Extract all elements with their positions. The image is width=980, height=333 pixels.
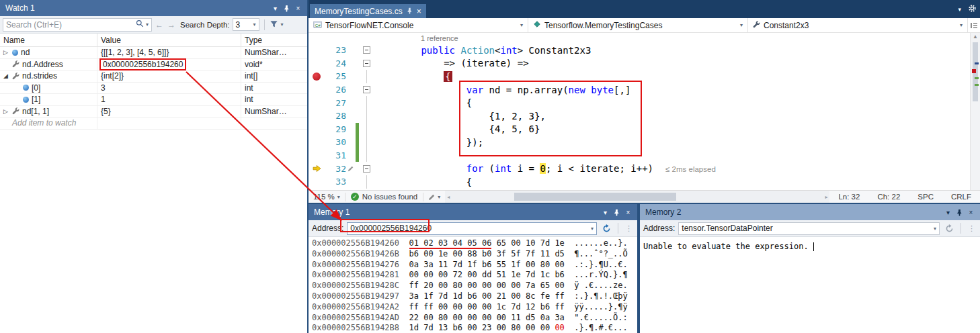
code-line-25[interactable]: 25 {: [309, 70, 970, 83]
search-next-icon[interactable]: →: [167, 20, 176, 30]
window-position-icon[interactable]: ▾: [270, 3, 281, 14]
code-line-26[interactable]: 26 var nd = np.array(new byte[,]: [309, 83, 970, 97]
property-wrench-icon: [753, 21, 760, 30]
document-tab[interactable]: MemoryTestingCases.cs ×: [310, 4, 426, 18]
scrollbar-thumb[interactable]: [514, 193, 676, 201]
memory-row: 0x000002556B1942A2 ff ff 00 00 00 00 1c …: [312, 302, 637, 313]
memory1-address-combo[interactable]: ▾: [347, 222, 597, 235]
zoom-control[interactable]: 115 % ▾: [309, 193, 345, 201]
status-spaces[interactable]: SPC: [909, 193, 942, 201]
code-line-30[interactable]: 30 });: [309, 136, 970, 149]
perf-tip: ≤ 2ms elapsed: [665, 165, 716, 173]
search-depth-select[interactable]: 3 ▾: [233, 18, 259, 31]
field-icon: [23, 85, 29, 91]
refresh-icon[interactable]: [943, 224, 955, 233]
fold-collapse-box[interactable]: [363, 165, 370, 173]
gear-icon[interactable]: [968, 4, 977, 15]
document-outline-icon[interactable]: [968, 18, 980, 32]
editing-state-control[interactable]: ▾: [423, 193, 445, 201]
watch-add-row[interactable]: Add item to watch: [0, 117, 307, 130]
tab-pin-icon[interactable]: [407, 7, 413, 16]
member-dropdown[interactable]: Constant2x3 ▾: [748, 18, 968, 32]
expander-icon[interactable]: ◢: [2, 73, 9, 79]
expander-icon[interactable]: ▷: [2, 49, 9, 56]
search-options-chevron-icon[interactable]: ▾: [146, 21, 149, 28]
memory2-address-input[interactable]: [682, 224, 932, 233]
code-line-23[interactable]: 23 public Action<int> Constant2x3: [309, 44, 970, 57]
code-line-24[interactable]: 24 => (iterate) =>: [309, 57, 970, 70]
code-line-31[interactable]: 31: [309, 149, 970, 162]
scroll-left-icon[interactable]: ◂: [447, 191, 450, 203]
search-input[interactable]: [6, 20, 134, 30]
close-icon[interactable]: ×: [965, 207, 977, 218]
filter-chevron-icon[interactable]: ▾: [281, 21, 284, 28]
fold-collapse-box[interactable]: [363, 86, 370, 93]
fold-collapse-box[interactable]: [363, 60, 370, 67]
memory1-title-bar[interactable]: Memory 1 ▾ ×: [309, 204, 637, 220]
chevron-down-icon[interactable]: ▾: [934, 226, 936, 232]
toolbar-overflow-icon[interactable]: ⋮: [624, 224, 634, 233]
column-header-name[interactable]: Name: [0, 34, 97, 46]
watch-row[interactable]: [0]3int: [0, 83, 307, 95]
watch-row[interactable]: ▷nd[1, 1]{5}NumShar…: [0, 106, 307, 118]
editor-vertical-scrollbar[interactable]: ▲: [970, 33, 980, 190]
editor-status-bar: 115 % ▾ ✓ No issues found ▾ ◂ ▸ Ln: 32 C…: [309, 190, 980, 203]
project-dropdown[interactable]: C# TensorFlowNET.Console ▾: [309, 18, 528, 32]
watch-row[interactable]: ◢nd.strides{int[2]}int[]: [0, 70, 307, 83]
chevron-down-icon: ▾: [740, 22, 743, 28]
window-position-icon[interactable]: ▾: [942, 207, 954, 218]
memory2-window: Memory 2 ▾ × Address: ▾ ⋮ Unable to eval…: [640, 204, 980, 333]
code-line-33[interactable]: 33 {: [309, 175, 970, 189]
pin-icon[interactable]: [281, 3, 292, 14]
pin-icon[interactable]: [954, 207, 965, 218]
code-line-27[interactable]: 27 {: [309, 96, 970, 109]
watch-title-bar[interactable]: Watch 1 ▾ ×: [0, 0, 307, 16]
watch-row[interactable]: [1]1int: [0, 94, 307, 106]
memory2-title-bar[interactable]: Memory 2 ▾ ×: [640, 204, 980, 220]
expander-icon[interactable]: ▷: [2, 108, 9, 115]
watch-title: Watch 1: [5, 3, 35, 13]
pin-icon[interactable]: [611, 207, 622, 218]
fold-collapse-box[interactable]: [363, 46, 370, 54]
memory-row: 0x000002556B1942AD 22 00 80 00 00 00 00 …: [312, 313, 637, 324]
watch-row[interactable]: nd.Address0x000002556b194260void*: [0, 59, 307, 71]
toolbar-overflow-icon[interactable]: ⋮: [967, 224, 977, 233]
column-header-value[interactable]: Value: [97, 34, 241, 46]
code-area[interactable]: 1 reference 23 public Action<int> Consta…: [309, 33, 970, 190]
text-caret: [813, 242, 814, 251]
memory-row: 0x000002556B194260 01 02 03 04 05 06 65 …: [312, 238, 637, 249]
document-list-chevron-icon[interactable]: ▾: [958, 6, 961, 13]
breakpoint-icon[interactable]: [313, 73, 321, 81]
address-label: Address:: [643, 224, 675, 233]
memory1-address-input[interactable]: [350, 224, 589, 233]
close-icon[interactable]: ×: [292, 3, 304, 14]
memory2-title: Memory 2: [645, 207, 681, 217]
document-tab-strip: MemoryTestingCases.cs × ▾: [309, 0, 980, 18]
close-icon[interactable]: ×: [622, 207, 634, 218]
status-column: Ch: 22: [868, 193, 909, 201]
column-header-type[interactable]: Type: [241, 34, 307, 46]
filter-icon[interactable]: [270, 19, 278, 30]
class-dropdown[interactable]: Tensorflow.MemoryTestingCases ▾: [528, 18, 748, 32]
code-line-29[interactable]: 29 {4, 5, 6}: [309, 123, 970, 136]
visual-studio-window: Watch 1 ▾ × ▾ ← → Search Depth: 3 ▾: [0, 0, 980, 333]
window-position-icon[interactable]: ▾: [600, 207, 611, 218]
chevron-down-icon[interactable]: ▾: [591, 226, 594, 232]
scroll-up-icon[interactable]: ▲: [971, 34, 980, 40]
issues-indicator[interactable]: ✓ No issues found: [345, 193, 423, 201]
memory2-address-combo[interactable]: ▾: [678, 222, 940, 235]
codelens-references[interactable]: 1 reference: [309, 33, 970, 44]
code-line-32[interactable]: 32 for (int i = 0; i < iterate; i++)≤ 2m…: [309, 162, 970, 175]
scroll-right-icon[interactable]: ▸: [825, 191, 827, 203]
scrollbar-change-mark: [975, 84, 979, 86]
status-line-endings[interactable]: CRLF: [942, 193, 980, 201]
search-prev-icon[interactable]: ←: [155, 20, 164, 30]
memory1-window: Memory 1 ▾ × Address: ▾ ⋮ 0x000002556B19…: [309, 204, 637, 333]
code-line-28[interactable]: 28 {1, 2, 3},: [309, 109, 970, 123]
watch-row[interactable]: ▷nd{[[1, 2, 3], [4, 5, 6]]}NumShar…: [0, 47, 307, 59]
search-icon[interactable]: [136, 19, 144, 30]
tab-close-icon[interactable]: ×: [417, 7, 421, 16]
search-box[interactable]: ▾: [3, 18, 152, 32]
refresh-icon[interactable]: [600, 224, 612, 233]
editor-horizontal-scrollbar[interactable]: ◂ ▸: [445, 191, 829, 203]
